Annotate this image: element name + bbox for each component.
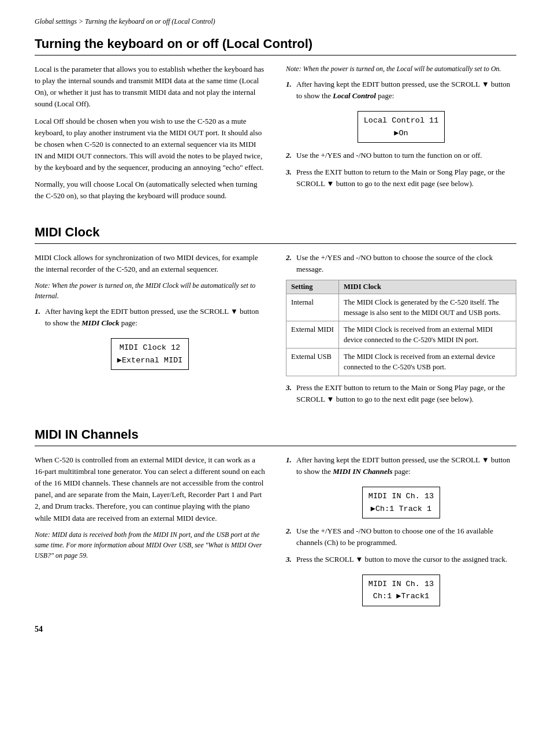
step3-num: 3. bbox=[286, 166, 292, 178]
breadcrumb: Global settings > Turning the keyboard o… bbox=[35, 17, 516, 26]
section1-step1: 1. After having kept the EDIT button pre… bbox=[286, 79, 516, 102]
section2-title: MIDI Clock bbox=[35, 225, 516, 244]
section2-step3: 3. Press the EXIT button to return to th… bbox=[286, 382, 516, 405]
step-midi-2-num: 2. bbox=[286, 252, 292, 264]
section2-left: MIDI Clock allows for synchronization of… bbox=[35, 252, 265, 410]
section2-lcd: MIDI Clock 12 ▶External MIDI bbox=[111, 338, 189, 370]
section2-step1: 1. After having kept the EDIT button pre… bbox=[35, 306, 265, 329]
table-row: Internal The MIDI Clock is generated by … bbox=[286, 294, 516, 321]
page-number: 54 bbox=[35, 625, 516, 634]
section3-note: Note: MIDI data is received both from th… bbox=[35, 529, 265, 561]
section2-lcd-line2: ▶External MIDI bbox=[117, 354, 183, 367]
table-cell-desc-internal: The MIDI Clock is generated by the C-520… bbox=[338, 294, 516, 321]
local-control-term: Local Control bbox=[333, 91, 376, 100]
section1-lcd: Local Control 11 ▶On bbox=[358, 111, 445, 143]
section3-right: 1. After having kept the EDIT button pre… bbox=[286, 454, 516, 613]
section3-step1: 1. After having kept the EDIT button pre… bbox=[286, 454, 516, 477]
step-midiIn-2-num: 2. bbox=[286, 525, 292, 537]
step-midi-3-num: 3. bbox=[286, 382, 292, 394]
section1-step2: 2. Use the +/YES and -/NO button to turn… bbox=[286, 150, 516, 161]
section3-lcd1-line1: MIDI IN Ch. 13 bbox=[368, 490, 434, 503]
section2-para1: MIDI Clock allows for synchronization of… bbox=[35, 252, 265, 275]
section3-lcd2: MIDI IN Ch. 13 Ch:1 ▶Track1 bbox=[362, 575, 440, 606]
midi-clock-term: MIDI Clock bbox=[81, 318, 119, 327]
section2-right: 2. Use the +/YES and -/NO button to choo… bbox=[286, 252, 516, 410]
midi-in-channels-term: MIDI IN Channels bbox=[333, 467, 392, 476]
table-cell-setting-ext-midi: External MIDI bbox=[286, 321, 339, 349]
table-row: External USB The MIDI Clock is received … bbox=[286, 349, 516, 376]
step2-num: 2. bbox=[286, 150, 292, 161]
table-header-setting: Setting bbox=[286, 280, 339, 294]
table-cell-desc-ext-usb: The MIDI Clock is received from an exter… bbox=[338, 349, 516, 376]
section3-lcd1-container: MIDI IN Ch. 13 ▶Ch:1 Track 1 bbox=[286, 482, 516, 525]
table-cell-setting-internal: Internal bbox=[286, 294, 339, 321]
section3-lcd2-line1: MIDI IN Ch. 13 bbox=[368, 578, 434, 591]
section1-para3: Normally, you will choose Local On (auto… bbox=[35, 179, 265, 202]
section2-lcd-line1: MIDI Clock 12 bbox=[117, 342, 183, 354]
section1-note: Note: When the power is turned on, the L… bbox=[286, 64, 516, 74]
section3-lcd1: MIDI IN Ch. 13 ▶Ch:1 Track 1 bbox=[362, 487, 440, 518]
section2-note: Note: When the power is turned on, the M… bbox=[35, 280, 265, 301]
section1-lcd-line2: ▶On bbox=[364, 127, 439, 140]
section3-lcd2-line2: Ch:1 ▶Track1 bbox=[368, 590, 434, 603]
section-local-control: Turning the keyboard on or off (Local Co… bbox=[35, 36, 516, 207]
section-midi-in-channels: MIDI IN Channels When C-520 is controlle… bbox=[35, 427, 516, 613]
section3-step2: 2. Use the +/YES and -/NO button to choo… bbox=[286, 525, 516, 549]
section1-para2: Local Off should be chosen when you wish… bbox=[35, 116, 265, 174]
step-midiIn-3-num: 3. bbox=[286, 554, 292, 565]
table-cell-desc-ext-midi: The MIDI Clock is received from an exter… bbox=[338, 321, 516, 349]
step-midi-1-num: 1. bbox=[35, 306, 40, 317]
midi-clock-table: Setting MIDI Clock Internal The MIDI Clo… bbox=[286, 280, 516, 376]
section1-right: Note: When the power is turned on, the L… bbox=[286, 64, 516, 207]
section3-lcd1-line2: ▶Ch:1 Track 1 bbox=[368, 503, 434, 516]
table-cell-setting-ext-usb: External USB bbox=[286, 349, 339, 376]
table-header-clock: MIDI Clock bbox=[338, 280, 516, 294]
section3-left: When C-520 is controlled from an externa… bbox=[35, 454, 265, 613]
section3-step3: 3. Press the SCROLL ▼ button to move the… bbox=[286, 554, 516, 565]
section1-lcd-line1: Local Control 11 bbox=[364, 114, 439, 127]
step1-num: 1. bbox=[286, 79, 292, 90]
section1-title: Turning the keyboard on or off (Local Co… bbox=[35, 36, 516, 55]
section3-title: MIDI IN Channels bbox=[35, 427, 516, 446]
section1-left: Local is the parameter that allows you t… bbox=[35, 64, 265, 207]
section1-para1: Local is the parameter that allows you t… bbox=[35, 64, 265, 110]
section-midi-clock: MIDI Clock MIDI Clock allows for synchro… bbox=[35, 225, 516, 410]
table-row: External MIDI The MIDI Clock is received… bbox=[286, 321, 516, 349]
section3-lcd2-container: MIDI IN Ch. 13 Ch:1 ▶Track1 bbox=[286, 570, 516, 613]
section1-lcd-container: Local Control 11 ▶On bbox=[286, 106, 516, 150]
section1-step3: 3. Press the EXIT button to return to th… bbox=[286, 166, 516, 190]
step-midiIn-1-num: 1. bbox=[286, 454, 292, 466]
section3-para1: When C-520 is controlled from an externa… bbox=[35, 454, 265, 524]
section2-step2: 2. Use the +/YES and -/NO button to choo… bbox=[286, 252, 516, 275]
section2-lcd-container: MIDI Clock 12 ▶External MIDI bbox=[35, 333, 265, 377]
